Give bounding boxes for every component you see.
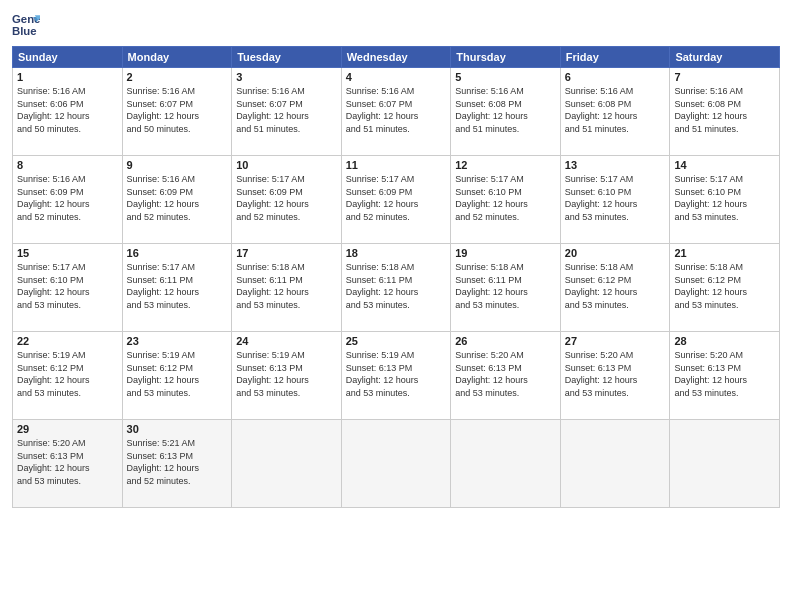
day-info: Sunrise: 5:17 AM Sunset: 6:10 PM Dayligh… xyxy=(674,173,775,223)
weekday-header-tuesday: Tuesday xyxy=(232,47,342,68)
day-number: 9 xyxy=(127,159,228,171)
weekday-header-friday: Friday xyxy=(560,47,670,68)
day-info: Sunrise: 5:18 AM Sunset: 6:11 PM Dayligh… xyxy=(346,261,447,311)
logo: General Blue xyxy=(12,10,44,38)
day-number: 22 xyxy=(17,335,118,347)
calendar-container: General Blue SundayMondayTuesdayWednesda… xyxy=(0,0,792,612)
day-info: Sunrise: 5:16 AM Sunset: 6:08 PM Dayligh… xyxy=(674,85,775,135)
day-number: 26 xyxy=(455,335,556,347)
calendar-cell xyxy=(451,420,561,508)
calendar-cell: 24Sunrise: 5:19 AM Sunset: 6:13 PM Dayli… xyxy=(232,332,342,420)
weekday-header-wednesday: Wednesday xyxy=(341,47,451,68)
day-info: Sunrise: 5:16 AM Sunset: 6:09 PM Dayligh… xyxy=(17,173,118,223)
calendar-cell: 2Sunrise: 5:16 AM Sunset: 6:07 PM Daylig… xyxy=(122,68,232,156)
day-number: 23 xyxy=(127,335,228,347)
day-info: Sunrise: 5:17 AM Sunset: 6:10 PM Dayligh… xyxy=(455,173,556,223)
calendar-cell: 20Sunrise: 5:18 AM Sunset: 6:12 PM Dayli… xyxy=(560,244,670,332)
day-number: 20 xyxy=(565,247,666,259)
day-number: 17 xyxy=(236,247,337,259)
calendar-cell: 3Sunrise: 5:16 AM Sunset: 6:07 PM Daylig… xyxy=(232,68,342,156)
calendar-cell: 18Sunrise: 5:18 AM Sunset: 6:11 PM Dayli… xyxy=(341,244,451,332)
calendar-cell: 29Sunrise: 5:20 AM Sunset: 6:13 PM Dayli… xyxy=(13,420,123,508)
calendar-cell: 9Sunrise: 5:16 AM Sunset: 6:09 PM Daylig… xyxy=(122,156,232,244)
day-number: 13 xyxy=(565,159,666,171)
svg-text:Blue: Blue xyxy=(12,25,37,37)
day-number: 2 xyxy=(127,71,228,83)
header: General Blue xyxy=(12,10,780,38)
day-info: Sunrise: 5:17 AM Sunset: 6:10 PM Dayligh… xyxy=(565,173,666,223)
day-info: Sunrise: 5:19 AM Sunset: 6:13 PM Dayligh… xyxy=(236,349,337,399)
weekday-header-thursday: Thursday xyxy=(451,47,561,68)
day-number: 8 xyxy=(17,159,118,171)
calendar-row: 15Sunrise: 5:17 AM Sunset: 6:10 PM Dayli… xyxy=(13,244,780,332)
day-info: Sunrise: 5:19 AM Sunset: 6:12 PM Dayligh… xyxy=(127,349,228,399)
calendar-cell: 8Sunrise: 5:16 AM Sunset: 6:09 PM Daylig… xyxy=(13,156,123,244)
day-info: Sunrise: 5:16 AM Sunset: 6:07 PM Dayligh… xyxy=(236,85,337,135)
day-info: Sunrise: 5:17 AM Sunset: 6:09 PM Dayligh… xyxy=(346,173,447,223)
day-info: Sunrise: 5:17 AM Sunset: 6:11 PM Dayligh… xyxy=(127,261,228,311)
day-number: 1 xyxy=(17,71,118,83)
day-number: 19 xyxy=(455,247,556,259)
calendar-cell: 26Sunrise: 5:20 AM Sunset: 6:13 PM Dayli… xyxy=(451,332,561,420)
day-info: Sunrise: 5:18 AM Sunset: 6:12 PM Dayligh… xyxy=(565,261,666,311)
weekday-header-monday: Monday xyxy=(122,47,232,68)
day-info: Sunrise: 5:17 AM Sunset: 6:10 PM Dayligh… xyxy=(17,261,118,311)
day-info: Sunrise: 5:19 AM Sunset: 6:13 PM Dayligh… xyxy=(346,349,447,399)
day-number: 5 xyxy=(455,71,556,83)
calendar-row: 22Sunrise: 5:19 AM Sunset: 6:12 PM Dayli… xyxy=(13,332,780,420)
day-number: 16 xyxy=(127,247,228,259)
day-number: 24 xyxy=(236,335,337,347)
day-number: 12 xyxy=(455,159,556,171)
calendar-cell: 21Sunrise: 5:18 AM Sunset: 6:12 PM Dayli… xyxy=(670,244,780,332)
day-info: Sunrise: 5:16 AM Sunset: 6:06 PM Dayligh… xyxy=(17,85,118,135)
calendar-cell: 27Sunrise: 5:20 AM Sunset: 6:13 PM Dayli… xyxy=(560,332,670,420)
day-number: 21 xyxy=(674,247,775,259)
calendar-cell: 15Sunrise: 5:17 AM Sunset: 6:10 PM Dayli… xyxy=(13,244,123,332)
day-number: 30 xyxy=(127,423,228,435)
day-info: Sunrise: 5:20 AM Sunset: 6:13 PM Dayligh… xyxy=(565,349,666,399)
day-number: 4 xyxy=(346,71,447,83)
day-info: Sunrise: 5:21 AM Sunset: 6:13 PM Dayligh… xyxy=(127,437,228,487)
day-info: Sunrise: 5:20 AM Sunset: 6:13 PM Dayligh… xyxy=(455,349,556,399)
calendar-cell: 16Sunrise: 5:17 AM Sunset: 6:11 PM Dayli… xyxy=(122,244,232,332)
calendar-cell: 12Sunrise: 5:17 AM Sunset: 6:10 PM Dayli… xyxy=(451,156,561,244)
day-number: 15 xyxy=(17,247,118,259)
calendar-cell: 7Sunrise: 5:16 AM Sunset: 6:08 PM Daylig… xyxy=(670,68,780,156)
day-info: Sunrise: 5:20 AM Sunset: 6:13 PM Dayligh… xyxy=(674,349,775,399)
calendar-cell xyxy=(560,420,670,508)
day-number: 27 xyxy=(565,335,666,347)
day-info: Sunrise: 5:18 AM Sunset: 6:12 PM Dayligh… xyxy=(674,261,775,311)
calendar-cell: 11Sunrise: 5:17 AM Sunset: 6:09 PM Dayli… xyxy=(341,156,451,244)
day-info: Sunrise: 5:20 AM Sunset: 6:13 PM Dayligh… xyxy=(17,437,118,487)
day-number: 29 xyxy=(17,423,118,435)
day-info: Sunrise: 5:18 AM Sunset: 6:11 PM Dayligh… xyxy=(455,261,556,311)
calendar-cell: 22Sunrise: 5:19 AM Sunset: 6:12 PM Dayli… xyxy=(13,332,123,420)
weekday-header-saturday: Saturday xyxy=(670,47,780,68)
day-number: 7 xyxy=(674,71,775,83)
calendar-cell: 4Sunrise: 5:16 AM Sunset: 6:07 PM Daylig… xyxy=(341,68,451,156)
day-number: 3 xyxy=(236,71,337,83)
calendar-row: 1Sunrise: 5:16 AM Sunset: 6:06 PM Daylig… xyxy=(13,68,780,156)
calendar-cell: 23Sunrise: 5:19 AM Sunset: 6:12 PM Dayli… xyxy=(122,332,232,420)
calendar-cell: 30Sunrise: 5:21 AM Sunset: 6:13 PM Dayli… xyxy=(122,420,232,508)
calendar-cell: 28Sunrise: 5:20 AM Sunset: 6:13 PM Dayli… xyxy=(670,332,780,420)
day-info: Sunrise: 5:16 AM Sunset: 6:07 PM Dayligh… xyxy=(346,85,447,135)
calendar-cell xyxy=(670,420,780,508)
weekday-header-sunday: Sunday xyxy=(13,47,123,68)
calendar-cell: 10Sunrise: 5:17 AM Sunset: 6:09 PM Dayli… xyxy=(232,156,342,244)
calendar-cell: 6Sunrise: 5:16 AM Sunset: 6:08 PM Daylig… xyxy=(560,68,670,156)
day-number: 10 xyxy=(236,159,337,171)
day-number: 6 xyxy=(565,71,666,83)
calendar-cell xyxy=(232,420,342,508)
calendar-row: 29Sunrise: 5:20 AM Sunset: 6:13 PM Dayli… xyxy=(13,420,780,508)
day-info: Sunrise: 5:16 AM Sunset: 6:08 PM Dayligh… xyxy=(565,85,666,135)
calendar-body: 1Sunrise: 5:16 AM Sunset: 6:06 PM Daylig… xyxy=(13,68,780,508)
day-number: 25 xyxy=(346,335,447,347)
calendar-cell: 13Sunrise: 5:17 AM Sunset: 6:10 PM Dayli… xyxy=(560,156,670,244)
calendar-cell: 5Sunrise: 5:16 AM Sunset: 6:08 PM Daylig… xyxy=(451,68,561,156)
day-info: Sunrise: 5:18 AM Sunset: 6:11 PM Dayligh… xyxy=(236,261,337,311)
calendar-header-row: SundayMondayTuesdayWednesdayThursdayFrid… xyxy=(13,47,780,68)
day-info: Sunrise: 5:16 AM Sunset: 6:07 PM Dayligh… xyxy=(127,85,228,135)
calendar-cell: 25Sunrise: 5:19 AM Sunset: 6:13 PM Dayli… xyxy=(341,332,451,420)
day-info: Sunrise: 5:17 AM Sunset: 6:09 PM Dayligh… xyxy=(236,173,337,223)
